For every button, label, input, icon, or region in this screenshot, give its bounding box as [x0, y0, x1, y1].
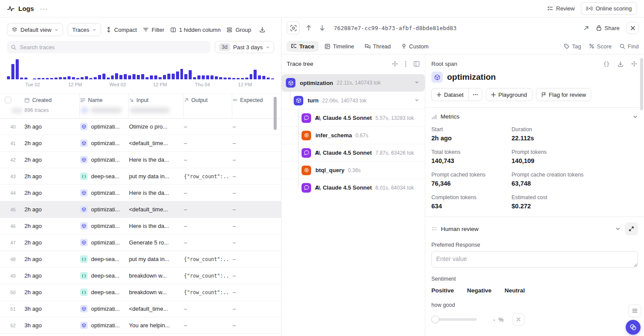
app-header: Logs ··· Review Online scoring [0, 0, 644, 17]
time-range-selector[interactable]: 3d Past 3 days [215, 41, 274, 53]
table-row[interactable]: 472h agooptimizati...Generate 5 ro...–– [0, 234, 281, 251]
tree-options-button[interactable] [405, 61, 407, 67]
span-cube-icon [80, 239, 88, 246]
tree-row-btql-query[interactable]: btql_query0.36s [281, 161, 425, 179]
open-fullscreen-button[interactable] [583, 25, 589, 31]
table-row[interactable]: 422h agooptimizati...Here is the da...–– [0, 152, 281, 168]
hidden-columns-button[interactable]: 1 hidden column [169, 23, 221, 36]
online-scoring-button[interactable]: Online scoring [581, 2, 637, 15]
view-json-button[interactable]: {} [603, 61, 610, 67]
scrollbar-thumb[interactable] [640, 58, 643, 110]
close-panel-button[interactable] [627, 22, 639, 34]
collapse-sidebar-button[interactable] [414, 61, 420, 67]
floating-menu-button[interactable] [628, 304, 641, 317]
root-span-name: optimization [447, 72, 496, 82]
table-row[interactable]: 412h agooptimizati...<default_time...–– [0, 135, 281, 152]
column-header-name[interactable]: Name [78, 97, 126, 103]
expand-review-button[interactable] [625, 222, 638, 235]
tree-row-claude-4-5-sonnet[interactable]: A\Claude 4.5 Sonnet7.87s, 63426 tok [281, 144, 425, 161]
sentiment-negative-button[interactable]: Negative [467, 287, 491, 294]
arrow-up-right-icon [184, 98, 189, 102]
blurred-row-artifact [91, 107, 122, 113]
select-all-checkbox[interactable] [5, 97, 11, 103]
slider-thumb[interactable] [431, 316, 439, 323]
view-selector[interactable]: Default view [7, 23, 63, 36]
tree-row-optimization[interactable]: optimization22.11s, 140743 tok [281, 74, 425, 92]
tab-thread[interactable]: Thread [360, 41, 395, 52]
tag-button[interactable]: Tag [564, 43, 581, 50]
next-trace-button[interactable] [318, 25, 327, 31]
how-good-slider[interactable] [431, 316, 477, 323]
chevron-down-icon[interactable] [414, 97, 420, 105]
arrow-up-icon [306, 25, 312, 31]
tab-trace[interactable]: Trace [287, 41, 319, 52]
table-row[interactable]: 482h ago()deep-sea...put my data in...{"… [0, 251, 281, 268]
created-cell: 3h ago [22, 322, 78, 329]
table-row[interactable]: 523h agooptimizati...You are helpin...–– [0, 317, 281, 334]
sentiment-positive-button[interactable]: Positive [431, 287, 454, 294]
glyph [288, 80, 294, 86]
table-row[interactable]: 513h agooptimizati...<default_time...–– [0, 301, 281, 317]
move-span-button[interactable] [631, 61, 637, 67]
clear-score-button[interactable] [512, 313, 525, 326]
traces-selector[interactable]: Traces [68, 23, 101, 36]
tree-row-claude-4-5-sonnet[interactable]: A\Claude 4.5 Sonnet6.01s, 64034 tok [281, 179, 425, 196]
group-button[interactable]: Group [226, 23, 252, 36]
row-number: 51 [0, 306, 22, 312]
preferred-response-input[interactable] [431, 251, 638, 268]
export-button[interactable] [258, 23, 266, 36]
focus-span-button[interactable] [287, 21, 300, 34]
compact-toggle[interactable]: Compact [105, 23, 138, 36]
span-cube-icon [294, 96, 303, 105]
scrollbar-thumb[interactable] [274, 97, 277, 130]
filter-button[interactable]: Filter [142, 23, 165, 36]
dataset-options-button[interactable] [468, 88, 482, 101]
review-button[interactable]: Review [547, 5, 575, 12]
download-span-button[interactable] [617, 61, 624, 67]
chevron-down-icon[interactable] [414, 79, 420, 87]
search-input[interactable] [20, 44, 206, 51]
column-header-output[interactable]: Output [181, 97, 230, 103]
table-row[interactable]: 462h agooptimizati...Here is the da...–– [0, 218, 281, 234]
span-duration-tokens: 7.87s, 63426 tok [375, 150, 414, 156]
chevron [414, 97, 420, 103]
trace-id[interactable]: 762887e7-cc99-4b73-afbf-d8bde81ebd83 [334, 25, 457, 31]
detail-scrollbar[interactable] [640, 54, 643, 336]
move-panel-button[interactable] [392, 61, 398, 67]
flag-for-review-button[interactable]: Flag for review [536, 88, 591, 101]
tree-row-claude-4-5-sonnet[interactable]: A\Claude 4.5 Sonnet5.57s, 13283 tok [281, 109, 425, 126]
tab-timeline[interactable]: Timeline [320, 41, 359, 52]
open-in-playground-button[interactable]: Playground [486, 88, 532, 101]
share-button[interactable]: Share [596, 25, 620, 31]
add-to-dataset-button[interactable]: Dataset [431, 88, 468, 101]
column-header-created[interactable]: Created [22, 97, 78, 103]
assistant-button[interactable] [626, 320, 641, 335]
column-header-expected[interactable]: Expected [230, 97, 272, 103]
table-row[interactable]: 432h ago()deep-sea...put my data in...{"… [0, 168, 281, 185]
sentiment-neutral-button[interactable]: Neutral [505, 287, 525, 294]
tree-row-infer-schema[interactable]: infer_schema0.67s [281, 126, 425, 144]
table-row[interactable]: 442h agooptimizati...Here is the da...–– [0, 185, 281, 201]
table-row[interactable]: 502h ago()deep-sea...breakdown w...{"row… [0, 284, 281, 301]
table-row[interactable]: 452h agooptimizati...<default_time...–– [0, 201, 281, 218]
score-button[interactable]: Score [589, 43, 612, 50]
trace-volume-histogram[interactable]: Tue 0212 PMWed 0312 PMThu 0412 PM [7, 59, 274, 88]
name-text: optimizati... [91, 239, 120, 246]
pulse-logo-icon [7, 5, 15, 12]
table-row[interactable]: 403h agooptimizati...Otimize o pro...–– [0, 119, 281, 135]
table-scrollbar[interactable] [274, 17, 277, 336]
column-header-input[interactable]: Input [126, 97, 181, 103]
input-cell: Here is the da... [126, 190, 181, 196]
axis-tick [33, 79, 33, 81]
page-title: Logs [18, 5, 34, 12]
tree-row-turn[interactable]: turn22.06s, 140743 tok [281, 92, 425, 109]
tab-custom[interactable]: Custom [397, 41, 433, 52]
histogram-bar [258, 75, 261, 79]
collapse-metrics-button[interactable] [633, 114, 638, 119]
collapse-review-button[interactable] [615, 226, 620, 231]
page-menu-button[interactable]: ··· [40, 5, 48, 12]
previous-trace-button[interactable] [304, 25, 313, 31]
find-button[interactable]: Find [620, 43, 639, 50]
search-box[interactable] [7, 41, 210, 53]
table-row[interactable]: 492h ago()deep-sea...breakdown w...{"row… [0, 268, 281, 284]
